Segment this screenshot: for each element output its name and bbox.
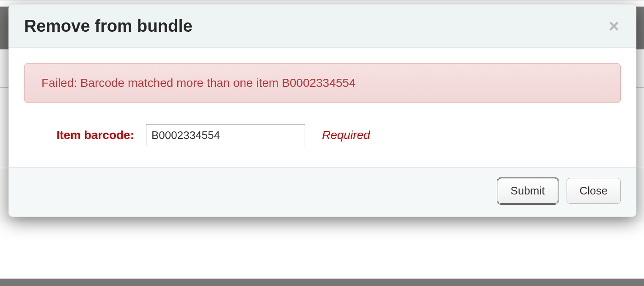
close-icon[interactable]: ×: [607, 17, 621, 35]
modal-footer: Submit Close: [9, 167, 636, 217]
barcode-input[interactable]: [146, 124, 305, 146]
modal-header: Remove from bundle ×: [9, 5, 636, 48]
error-alert: Failed: Barcode matched more than one it…: [24, 63, 621, 103]
modal-body: Failed: Barcode matched more than one it…: [9, 48, 636, 167]
close-button[interactable]: Close: [567, 178, 621, 204]
required-hint: Required: [322, 128, 370, 142]
modal-title: Remove from bundle: [24, 17, 193, 36]
barcode-label: Item barcode:: [50, 128, 134, 142]
submit-button[interactable]: Submit: [498, 178, 558, 204]
barcode-form-row: Item barcode: Required: [24, 124, 621, 146]
remove-from-bundle-modal: Remove from bundle × Failed: Barcode mat…: [8, 4, 636, 217]
